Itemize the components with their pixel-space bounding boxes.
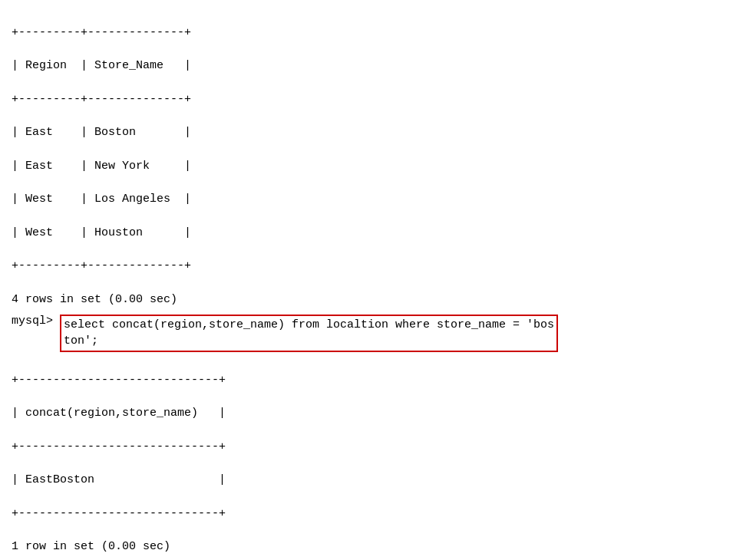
- table2-header: | concat(region,store_name) |: [12, 407, 226, 420]
- terminal-output: +---------+--------------+ | Region | St…: [12, 8, 721, 308]
- table1-border-bot: +---------+--------------+: [12, 259, 191, 272]
- table2-border-bot: +-----------------------------+: [12, 507, 226, 520]
- table1-border-top: +---------+--------------+: [12, 26, 191, 39]
- table2-border-top: +-----------------------------+: [12, 374, 226, 387]
- table1-row-2: | East | New York |: [12, 160, 191, 173]
- table2-output: +-----------------------------+ | concat…: [12, 355, 721, 555]
- table1-row-1: | East | Boston |: [12, 126, 191, 139]
- table1-border-mid: +---------+--------------+: [12, 93, 191, 106]
- table1-rowcount: 4 rows in set (0.00 sec): [12, 293, 177, 306]
- table2-rowcount: 1 row in set (0.00 sec): [12, 540, 170, 553]
- table2-border-mid: +-----------------------------+: [12, 440, 226, 453]
- table1-row-4: | West | Houston |: [12, 226, 191, 239]
- query1-command-box: select concat(region,store_name) from lo…: [60, 315, 558, 353]
- table2-row-1: | EastBoston |: [12, 473, 226, 486]
- query1-line: mysql> select concat(region,store_name) …: [12, 315, 721, 353]
- query1-prompt: mysql>: [12, 315, 60, 328]
- table1-row-3: | West | Los Angeles |: [12, 193, 191, 206]
- table1-header: | Region | Store_Name |: [12, 59, 191, 72]
